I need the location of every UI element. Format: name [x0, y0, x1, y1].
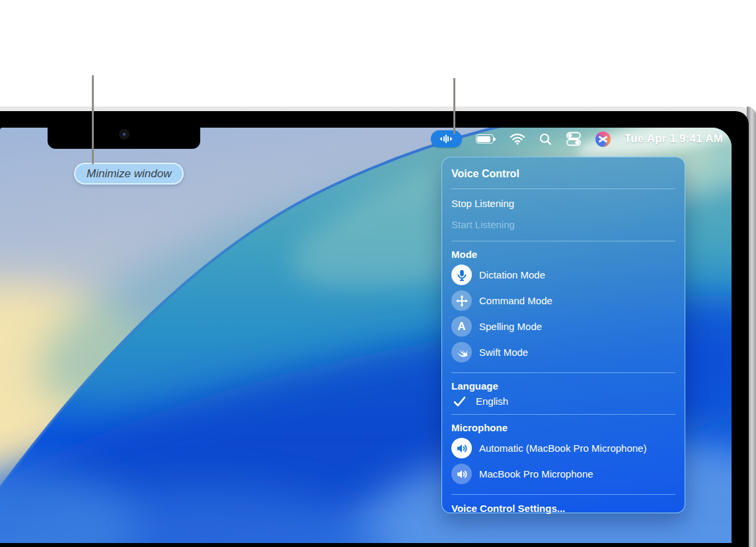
minimize-window-tooltip: Minimize window: [74, 163, 184, 185]
speaker-icon: [451, 464, 472, 484]
letter-a-icon: A: [451, 316, 472, 337]
menu-item-label: Swift Mode: [479, 347, 528, 358]
voice-control-menu: Voice Control Stop Listening Start Liste…: [441, 157, 685, 513]
menu-item-start-listening: Start Listening: [451, 216, 675, 233]
voice-control-menu-extra[interactable]: [431, 130, 462, 147]
menu-item-voice-control-settings[interactable]: Voice Control Settings...: [451, 500, 675, 517]
menu-item-label: Command Mode: [479, 295, 552, 306]
menu-item-label: Automatic (MacBook Pro Microphone): [479, 442, 646, 454]
menu-bar-clock[interactable]: Tue Apr 1 9:41 AM: [624, 132, 723, 146]
microphone-icon: [451, 265, 472, 285]
callout-line-left: [92, 75, 94, 164]
menu-item-english[interactable]: English: [451, 396, 675, 407]
wifi-icon[interactable]: [510, 133, 525, 145]
menu-item-dictation-mode[interactable]: Dictation Mode: [451, 262, 675, 288]
menu-item-macbook-pro-microphone[interactable]: MacBook Pro Microphone: [451, 461, 675, 487]
menu-item-label: MacBook Pro Microphone: [479, 468, 593, 480]
menu-item-label: English: [476, 396, 508, 407]
section-header-language: Language: [451, 379, 675, 394]
menu-item-label: Spelling Mode: [479, 321, 542, 332]
voice-control-icon: [437, 134, 455, 144]
menu-item-stop-listening[interactable]: Stop Listening: [451, 194, 675, 212]
move-arrows-icon: [451, 290, 472, 311]
divider: [451, 372, 675, 373]
callout-line-right: [453, 78, 455, 134]
spotlight-icon[interactable]: [539, 133, 552, 146]
checkmark-icon: [451, 396, 467, 407]
menu-item-automatic-microphone[interactable]: Automatic (MacBook Pro Microphone): [451, 435, 675, 461]
desktop-screen: Tue Apr 1 9:41 AM Minimize window Voice …: [0, 128, 732, 543]
section-header-microphone: Microphone: [451, 421, 675, 435]
battery-icon[interactable]: [476, 134, 496, 144]
menu-item-spelling-mode[interactable]: A Spelling Mode: [451, 314, 675, 339]
help-figure: Tue Apr 1 9:41 AM Minimize window Voice …: [0, 0, 756, 547]
divider: [451, 189, 675, 189]
divider: [451, 414, 675, 415]
section-header-mode: Mode: [451, 247, 675, 262]
voice-control-menu-title: Voice Control: [451, 167, 675, 181]
siri-icon[interactable]: [595, 132, 611, 147]
swift-bird-icon: [451, 342, 472, 362]
laptop-frame: Tue Apr 1 9:41 AM Minimize window Voice …: [0, 106, 756, 547]
menu-bar-status-items: Tue Apr 1 9:41 AM: [431, 128, 723, 150]
control-center-icon[interactable]: [566, 132, 582, 146]
menu-item-label: Dictation Mode: [479, 269, 545, 280]
speaker-icon: [451, 438, 472, 458]
divider: [451, 241, 675, 241]
menu-bar: Tue Apr 1 9:41 AM: [0, 128, 732, 150]
minimize-window-tooltip-label: Minimize window: [87, 167, 171, 181]
menu-item-swift-mode[interactable]: Swift Mode: [451, 339, 675, 365]
divider: [451, 494, 675, 495]
menu-item-command-mode[interactable]: Command Mode: [451, 288, 675, 314]
